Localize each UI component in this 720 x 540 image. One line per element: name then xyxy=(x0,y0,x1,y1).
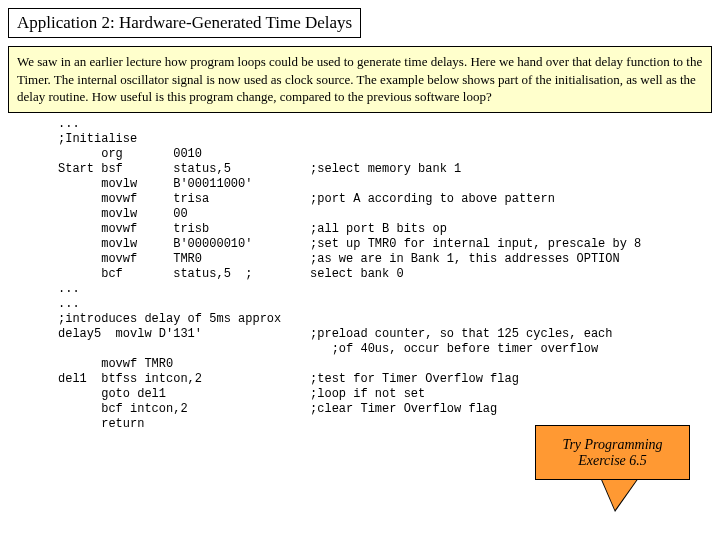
callout-tail xyxy=(600,475,640,510)
description-box: We saw in an earlier lecture how program… xyxy=(8,46,712,113)
callout-box: Try Programming Exercise 6.5 xyxy=(535,425,690,480)
callout-text: Try Programming Exercise 6.5 xyxy=(540,437,685,469)
slide-title: Application 2: Hardware-Generated Time D… xyxy=(17,13,352,32)
code-listing: ... ;Initialise org 0010 Start bsf statu… xyxy=(58,117,712,432)
slide-title-box: Application 2: Hardware-Generated Time D… xyxy=(8,8,361,38)
description-text: We saw in an earlier lecture how program… xyxy=(17,54,702,104)
